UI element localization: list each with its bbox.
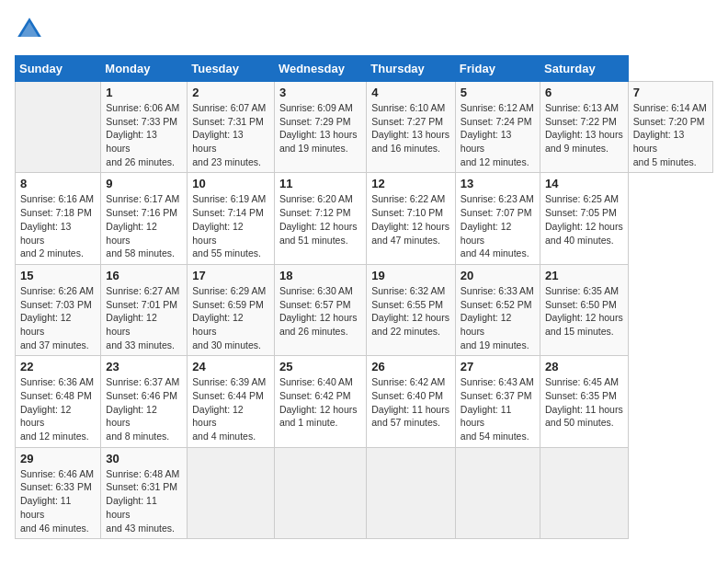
day-detail: Sunrise: 6:40 AM Sunset: 6:42 PM Dayligh… [279, 375, 361, 430]
calendar-cell: 16Sunrise: 6:27 AM Sunset: 7:01 PM Dayli… [101, 264, 188, 355]
day-number: 14 [545, 177, 623, 190]
day-detail: Sunrise: 6:22 AM Sunset: 7:10 PM Dayligh… [371, 192, 450, 247]
calendar-week-0: 1Sunrise: 6:06 AM Sunset: 7:33 PM Daylig… [16, 82, 713, 173]
weekday-header-wednesday: Wednesday [274, 56, 366, 82]
calendar-header-row: SundayMondayTuesdayWednesdayThursdayFrid… [16, 56, 713, 82]
day-detail: Sunrise: 6:35 AM Sunset: 6:50 PM Dayligh… [545, 284, 623, 339]
day-number: 1 [106, 86, 182, 99]
calendar-table: SundayMondayTuesdayWednesdayThursdayFrid… [15, 55, 713, 539]
calendar-cell [16, 82, 101, 173]
calendar-cell: 18Sunrise: 6:30 AM Sunset: 6:57 PM Dayli… [274, 264, 366, 355]
calendar-cell: 12Sunrise: 6:22 AM Sunset: 7:10 PM Dayli… [367, 173, 456, 264]
calendar-cell [367, 447, 456, 538]
weekday-header-saturday: Saturday [540, 56, 629, 82]
day-detail: Sunrise: 6:29 AM Sunset: 6:59 PM Dayligh… [192, 284, 269, 351]
calendar-cell: 25Sunrise: 6:40 AM Sunset: 6:42 PM Dayli… [274, 356, 366, 447]
day-detail: Sunrise: 6:23 AM Sunset: 7:07 PM Dayligh… [461, 192, 535, 259]
day-detail: Sunrise: 6:32 AM Sunset: 6:55 PM Dayligh… [371, 284, 450, 339]
day-detail: Sunrise: 6:37 AM Sunset: 6:46 PM Dayligh… [106, 375, 182, 442]
calendar-cell: 28Sunrise: 6:45 AM Sunset: 6:35 PM Dayli… [540, 356, 629, 447]
day-detail: Sunrise: 6:45 AM Sunset: 6:35 PM Dayligh… [545, 375, 623, 430]
day-detail: Sunrise: 6:46 AM Sunset: 6:33 PM Dayligh… [20, 467, 96, 534]
calendar-cell: 9Sunrise: 6:17 AM Sunset: 7:16 PM Daylig… [101, 173, 188, 264]
calendar-cell: 17Sunrise: 6:29 AM Sunset: 6:59 PM Dayli… [188, 264, 275, 355]
calendar-cell [188, 447, 275, 538]
day-detail: Sunrise: 6:36 AM Sunset: 6:48 PM Dayligh… [20, 375, 96, 442]
calendar-cell: 23Sunrise: 6:37 AM Sunset: 6:46 PM Dayli… [101, 356, 188, 447]
day-number: 25 [279, 360, 361, 373]
calendar-cell: 11Sunrise: 6:20 AM Sunset: 7:12 PM Dayli… [274, 173, 366, 264]
day-number: 4 [371, 86, 450, 99]
calendar-cell [455, 447, 540, 538]
calendar-week-2: 15Sunrise: 6:26 AM Sunset: 7:03 PM Dayli… [16, 264, 713, 355]
day-detail: Sunrise: 6:07 AM Sunset: 7:31 PM Dayligh… [192, 101, 269, 168]
logo [15, 15, 48, 44]
day-detail: Sunrise: 6:43 AM Sunset: 6:37 PM Dayligh… [461, 375, 535, 442]
calendar-cell: 24Sunrise: 6:39 AM Sunset: 6:44 PM Dayli… [188, 356, 275, 447]
day-number: 19 [371, 269, 450, 282]
calendar-cell: 30Sunrise: 6:48 AM Sunset: 6:31 PM Dayli… [101, 447, 188, 538]
calendar-cell: 20Sunrise: 6:33 AM Sunset: 6:52 PM Dayli… [455, 264, 540, 355]
weekday-header-sunday: Sunday [16, 56, 101, 82]
calendar-cell: 3Sunrise: 6:09 AM Sunset: 7:29 PM Daylig… [274, 82, 366, 173]
day-detail: Sunrise: 6:14 AM Sunset: 7:20 PM Dayligh… [633, 101, 708, 168]
day-detail: Sunrise: 6:16 AM Sunset: 7:18 PM Dayligh… [20, 192, 96, 259]
day-detail: Sunrise: 6:27 AM Sunset: 7:01 PM Dayligh… [106, 284, 182, 351]
day-detail: Sunrise: 6:06 AM Sunset: 7:33 PM Dayligh… [106, 101, 182, 168]
day-number: 27 [461, 360, 535, 373]
day-number: 17 [192, 269, 269, 282]
day-detail: Sunrise: 6:17 AM Sunset: 7:16 PM Dayligh… [106, 192, 182, 259]
calendar-cell: 5Sunrise: 6:12 AM Sunset: 7:24 PM Daylig… [455, 82, 540, 173]
weekday-header-friday: Friday [455, 56, 540, 82]
day-number: 21 [545, 269, 623, 282]
day-number: 18 [279, 269, 361, 282]
day-detail: Sunrise: 6:10 AM Sunset: 7:27 PM Dayligh… [371, 101, 450, 155]
day-detail: Sunrise: 6:39 AM Sunset: 6:44 PM Dayligh… [192, 375, 269, 442]
calendar-week-3: 22Sunrise: 6:36 AM Sunset: 6:48 PM Dayli… [16, 356, 713, 447]
day-detail: Sunrise: 6:13 AM Sunset: 7:22 PM Dayligh… [545, 101, 623, 155]
day-number: 28 [545, 360, 623, 373]
calendar-cell: 7Sunrise: 6:14 AM Sunset: 7:20 PM Daylig… [628, 82, 712, 173]
calendar-cell: 2Sunrise: 6:07 AM Sunset: 7:31 PM Daylig… [188, 82, 275, 173]
day-number: 6 [545, 86, 623, 99]
day-number: 23 [106, 360, 182, 373]
day-number: 2 [192, 86, 269, 99]
calendar-cell: 15Sunrise: 6:26 AM Sunset: 7:03 PM Dayli… [16, 264, 101, 355]
day-number: 10 [192, 177, 269, 190]
calendar-cell: 6Sunrise: 6:13 AM Sunset: 7:22 PM Daylig… [540, 82, 629, 173]
day-number: 9 [106, 177, 182, 190]
day-number: 11 [279, 177, 361, 190]
day-number: 5 [461, 86, 535, 99]
logo-icon [15, 15, 44, 44]
calendar-cell: 1Sunrise: 6:06 AM Sunset: 7:33 PM Daylig… [101, 82, 188, 173]
calendar-cell: 29Sunrise: 6:46 AM Sunset: 6:33 PM Dayli… [16, 447, 101, 538]
weekday-header-monday: Monday [101, 56, 188, 82]
day-number: 20 [461, 269, 535, 282]
day-number: 3 [279, 86, 361, 99]
day-detail: Sunrise: 6:19 AM Sunset: 7:14 PM Dayligh… [192, 192, 269, 259]
day-detail: Sunrise: 6:30 AM Sunset: 6:57 PM Dayligh… [279, 284, 361, 339]
calendar-cell [540, 447, 629, 538]
day-number: 16 [106, 269, 182, 282]
day-detail: Sunrise: 6:26 AM Sunset: 7:03 PM Dayligh… [20, 284, 96, 351]
calendar-cell: 22Sunrise: 6:36 AM Sunset: 6:48 PM Dayli… [16, 356, 101, 447]
day-detail: Sunrise: 6:42 AM Sunset: 6:40 PM Dayligh… [371, 375, 450, 430]
day-number: 29 [20, 452, 96, 465]
day-detail: Sunrise: 6:09 AM Sunset: 7:29 PM Dayligh… [279, 101, 361, 155]
day-number: 15 [20, 269, 96, 282]
weekday-header-thursday: Thursday [367, 56, 456, 82]
calendar-cell: 13Sunrise: 6:23 AM Sunset: 7:07 PM Dayli… [455, 173, 540, 264]
day-detail: Sunrise: 6:33 AM Sunset: 6:52 PM Dayligh… [461, 284, 535, 351]
calendar-cell: 4Sunrise: 6:10 AM Sunset: 7:27 PM Daylig… [367, 82, 456, 173]
day-number: 22 [20, 360, 96, 373]
day-detail: Sunrise: 6:48 AM Sunset: 6:31 PM Dayligh… [106, 467, 182, 534]
calendar-week-1: 8Sunrise: 6:16 AM Sunset: 7:18 PM Daylig… [16, 173, 713, 264]
day-number: 12 [371, 177, 450, 190]
day-number: 13 [461, 177, 535, 190]
calendar-cell: 14Sunrise: 6:25 AM Sunset: 7:05 PM Dayli… [540, 173, 629, 264]
day-detail: Sunrise: 6:20 AM Sunset: 7:12 PM Dayligh… [279, 192, 361, 247]
day-detail: Sunrise: 6:25 AM Sunset: 7:05 PM Dayligh… [545, 192, 623, 247]
calendar-cell: 21Sunrise: 6:35 AM Sunset: 6:50 PM Dayli… [540, 264, 629, 355]
calendar-week-4: 29Sunrise: 6:46 AM Sunset: 6:33 PM Dayli… [16, 447, 713, 538]
calendar-cell: 19Sunrise: 6:32 AM Sunset: 6:55 PM Dayli… [367, 264, 456, 355]
